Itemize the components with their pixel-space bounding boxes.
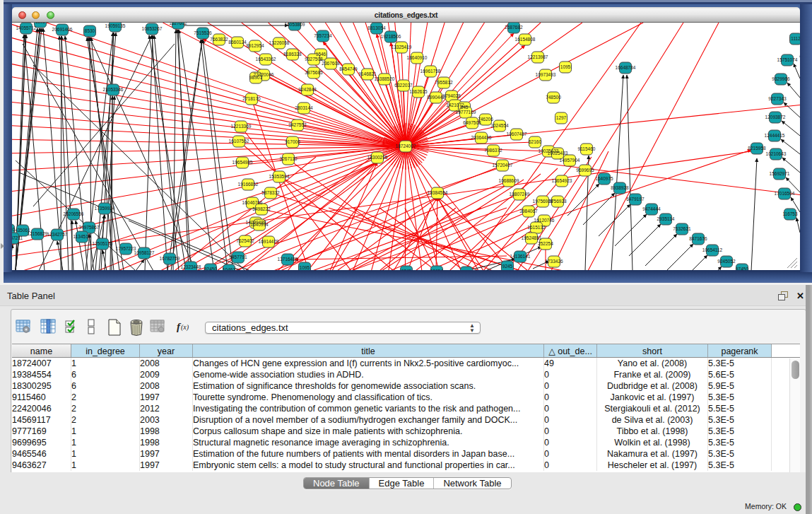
svg-text:19524851: 19524851	[522, 235, 542, 240]
svg-text:8530: 8530	[85, 28, 95, 33]
svg-text:19654985: 19654985	[233, 160, 253, 165]
svg-text:39975867: 39975867	[79, 225, 100, 230]
svg-text:10607487: 10607487	[507, 132, 527, 136]
svg-text:16648784: 16648784	[616, 65, 636, 70]
svg-text:10462: 10462	[223, 267, 235, 270]
svg-text:10973493: 10973493	[536, 72, 556, 77]
svg-text:9245: 9245	[502, 264, 513, 269]
svg-text:2803144: 2803144	[295, 105, 313, 110]
svg-text:19166852: 19166852	[238, 182, 259, 187]
svg-text:8471676: 8471676	[689, 236, 707, 241]
svg-text:97450: 97450	[736, 267, 748, 270]
svg-text:17359924: 17359924	[95, 206, 115, 211]
svg-text:15692971: 15692971	[770, 171, 790, 176]
svg-text:9242848: 9242848	[298, 87, 317, 92]
svg-text:7625402: 7625402	[236, 238, 254, 243]
svg-text:7357234: 7357234	[314, 33, 332, 38]
svg-text:14957904: 14957904	[560, 158, 580, 163]
svg-text:15751074: 15751074	[777, 57, 798, 62]
svg-text:16053809: 16053809	[285, 23, 305, 27]
svg-text:13654923: 13654923	[552, 178, 572, 183]
svg-text:9427552: 9427552	[288, 122, 307, 127]
svg-text:2687682: 2687682	[505, 25, 523, 30]
svg-text:3267110: 3267110	[280, 156, 298, 161]
svg-text:12444415: 12444415	[765, 133, 785, 138]
svg-text:18300295: 18300295	[367, 155, 388, 160]
svg-text:3875685: 3875685	[305, 70, 323, 75]
svg-text:10853267: 10853267	[142, 26, 163, 31]
svg-text:3024554: 3024554	[490, 123, 509, 128]
svg-text:7955812: 7955812	[435, 80, 453, 85]
svg-text:746206: 746206	[478, 117, 493, 122]
svg-text:6322037: 6322037	[394, 83, 413, 88]
svg-text:8471: 8471	[461, 269, 472, 270]
svg-text:62160: 62160	[529, 139, 541, 144]
svg-text:9794028: 9794028	[442, 93, 461, 98]
svg-text:1095: 1095	[300, 265, 310, 270]
svg-text:13716485: 13716485	[278, 257, 298, 262]
svg-text:18807249: 18807249	[510, 192, 530, 197]
svg-text:9327508: 9327508	[305, 57, 323, 62]
svg-text:16543362: 16543362	[256, 57, 276, 62]
svg-text:7632621: 7632621	[673, 226, 691, 231]
svg-text:39157211: 39157211	[12, 235, 23, 240]
svg-text:1527602: 1527602	[169, 23, 187, 25]
svg-text:116753: 116753	[782, 211, 798, 216]
svg-text:9115460: 9115460	[578, 146, 596, 151]
svg-text:18640910: 18640910	[407, 55, 428, 60]
svg-text:12505135: 12505135	[93, 241, 113, 246]
svg-text:10688609: 10688609	[499, 178, 519, 183]
svg-text:14136141: 14136141	[510, 254, 531, 259]
svg-text:16046766: 16046766	[242, 200, 263, 205]
svg-text:20206556: 20206556	[64, 211, 84, 216]
svg-text:18724007: 18724007	[396, 144, 416, 148]
svg-text:7986372: 7986372	[484, 148, 502, 153]
svg-text:9227343: 9227343	[768, 96, 787, 101]
svg-text:1362615: 1362615	[409, 89, 428, 94]
svg-text:2718170: 2718170	[242, 96, 261, 101]
svg-text:14055712: 14055712	[16, 25, 37, 30]
svg-text:2935114: 2935114	[657, 216, 675, 221]
svg-text:19384554: 19384554	[428, 190, 448, 195]
svg-text:8186328: 8186328	[283, 52, 302, 57]
svg-text:9756928: 9756928	[548, 199, 567, 204]
svg-text:13325419: 13325419	[392, 45, 412, 49]
svg-text:92450: 92450	[204, 267, 217, 270]
svg-text:16782759: 16782759	[160, 256, 180, 261]
svg-text:15720407: 15720407	[493, 163, 513, 168]
svg-text:9699695: 9699695	[576, 168, 594, 173]
svg-text:3984067: 3984067	[519, 209, 538, 214]
svg-text:10654: 10654	[430, 269, 443, 270]
svg-text:1733426: 1733426	[545, 259, 563, 264]
svg-text:16914479: 16914479	[259, 239, 279, 244]
svg-text:917006: 917006	[285, 139, 300, 144]
svg-text:9329966: 9329966	[772, 76, 790, 81]
svg-text:7515526: 7515526	[194, 30, 212, 35]
svg-text:17016504: 17016504	[775, 191, 795, 196]
svg-text:1112: 1112	[791, 36, 800, 41]
svg-text:7663822: 7663822	[210, 37, 228, 42]
svg-text:748500: 748500	[546, 95, 561, 100]
svg-text:1640994: 1640994	[250, 222, 269, 227]
svg-text:15388520: 15388520	[375, 76, 395, 81]
svg-text:16961758: 16961758	[420, 69, 441, 74]
svg-text:16120746: 16120746	[534, 218, 555, 223]
svg-text:1297: 1297	[556, 115, 567, 120]
svg-text:9474444: 9474444	[642, 206, 661, 211]
svg-text:16107552: 16107552	[229, 139, 249, 144]
svg-text:12342757: 12342757	[47, 232, 68, 237]
svg-text:(x): (x)	[181, 323, 189, 332]
svg-text:12323448: 12323448	[181, 264, 201, 269]
svg-text:10210643: 10210643	[766, 151, 787, 156]
svg-text:21053346: 21053346	[103, 87, 124, 92]
svg-text:9457791: 9457791	[229, 255, 247, 259]
svg-text:9146821: 9146821	[358, 71, 377, 76]
svg-text:8938928: 8938928	[611, 185, 629, 190]
svg-text:12093872: 12093872	[765, 115, 786, 119]
svg-text:12213987: 12213987	[528, 54, 548, 59]
svg-text:20364436: 20364436	[471, 135, 492, 140]
svg-text:252254: 252254	[538, 241, 553, 246]
svg-text:8454749: 8454749	[339, 66, 358, 71]
svg-text:8912954: 8912954	[246, 43, 264, 48]
svg-text:2367608: 2367608	[322, 61, 340, 66]
